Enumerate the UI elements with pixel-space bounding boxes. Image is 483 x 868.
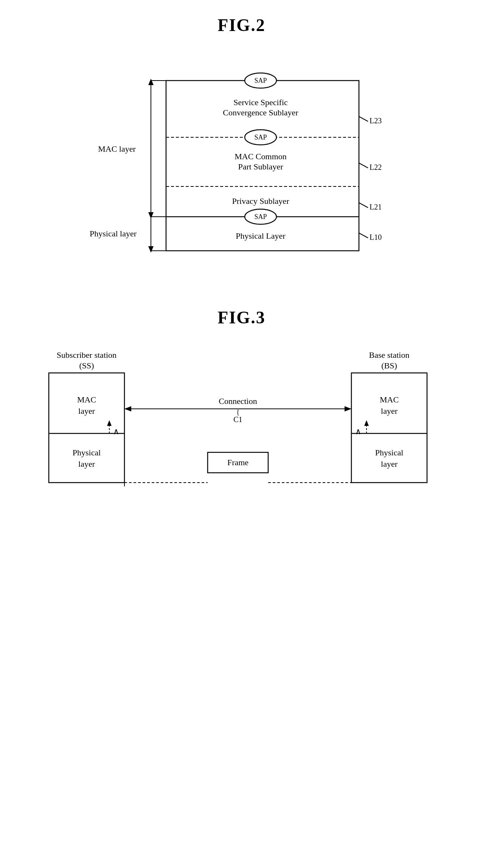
svg-text:(BS): (BS) [381, 361, 397, 370]
svg-text:SAP: SAP [254, 134, 267, 141]
fig3-section: FIG.3 Subscriber station (SS) Base stati… [0, 307, 483, 505]
svg-text:Physical layer: Physical layer [89, 229, 137, 238]
svg-line-18 [359, 163, 368, 168]
svg-text:Frame: Frame [227, 458, 248, 467]
svg-text:L23: L23 [370, 116, 382, 125]
svg-line-22 [359, 233, 368, 238]
svg-text:layer: layer [381, 459, 398, 469]
svg-text:L21: L21 [370, 203, 382, 211]
svg-text:Base station: Base station [369, 350, 409, 360]
fig3-title: FIG.3 [0, 307, 483, 328]
svg-line-16 [359, 116, 368, 121]
svg-text:{: { [236, 408, 239, 416]
svg-text:SAP: SAP [254, 77, 267, 84]
svg-text:MAC: MAC [77, 395, 96, 404]
svg-text:layer: layer [381, 406, 398, 416]
fig2-svg: SAP SAP SAP Service Specific Convergence… [87, 58, 397, 277]
svg-text:MAC Common: MAC Common [235, 152, 287, 161]
svg-text:Privacy Sublayer: Privacy Sublayer [232, 196, 289, 206]
fig3-svg: Subscriber station (SS) Base station (BS… [34, 346, 450, 505]
svg-text:C1: C1 [233, 415, 242, 424]
svg-line-20 [359, 203, 368, 208]
svg-text:SAP: SAP [254, 213, 267, 220]
svg-text:layer: layer [78, 406, 95, 416]
svg-text:MAC layer: MAC layer [98, 144, 136, 154]
svg-text:(SS): (SS) [79, 361, 94, 370]
svg-text:Physical: Physical [72, 448, 101, 457]
svg-text:∧: ∧ [355, 427, 361, 436]
svg-text:Physical Layer: Physical Layer [236, 231, 286, 241]
svg-text:Convergence Sublayer: Convergence Sublayer [223, 108, 298, 117]
svg-text:MAC: MAC [379, 395, 398, 404]
svg-text:layer: layer [78, 459, 95, 469]
svg-text:Connection: Connection [219, 396, 257, 406]
svg-marker-25 [148, 79, 154, 85]
svg-text:Subscriber station: Subscriber station [56, 350, 116, 360]
svg-marker-31 [148, 246, 154, 253]
fig2-title: FIG.2 [0, 15, 483, 35]
svg-text:Service Specific: Service Specific [233, 98, 288, 107]
svg-marker-58 [345, 406, 351, 411]
svg-text:∧: ∧ [113, 427, 119, 436]
svg-text:L10: L10 [370, 233, 382, 241]
fig2-diagram-container: SAP SAP SAP Service Specific Convergence… [0, 58, 483, 277]
svg-text:L22: L22 [370, 163, 382, 171]
svg-text:Physical: Physical [375, 448, 403, 457]
svg-text:Part Sublayer: Part Sublayer [238, 162, 283, 171]
svg-marker-57 [124, 406, 131, 411]
